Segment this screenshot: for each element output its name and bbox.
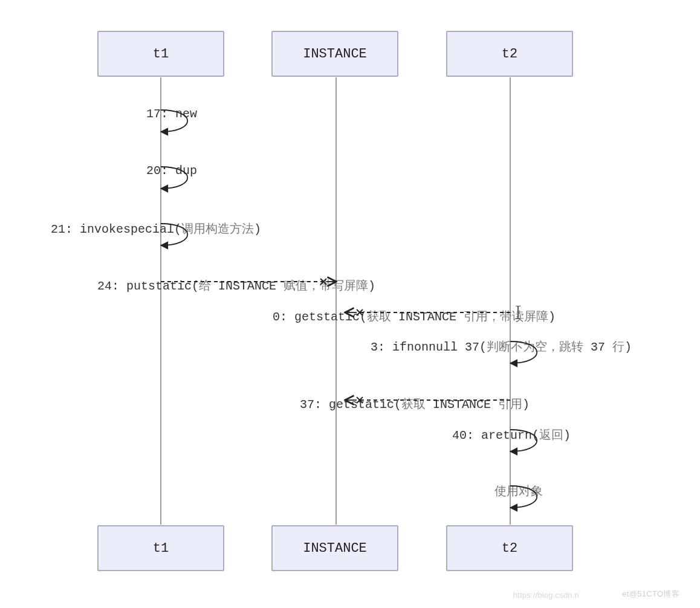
watermark-left: https://blog.csdn.n [513,590,579,600]
watermark-right: et@51CTO博客 [622,589,679,600]
text-cursor-icon [516,306,520,319]
arrows-overlay [0,0,700,608]
